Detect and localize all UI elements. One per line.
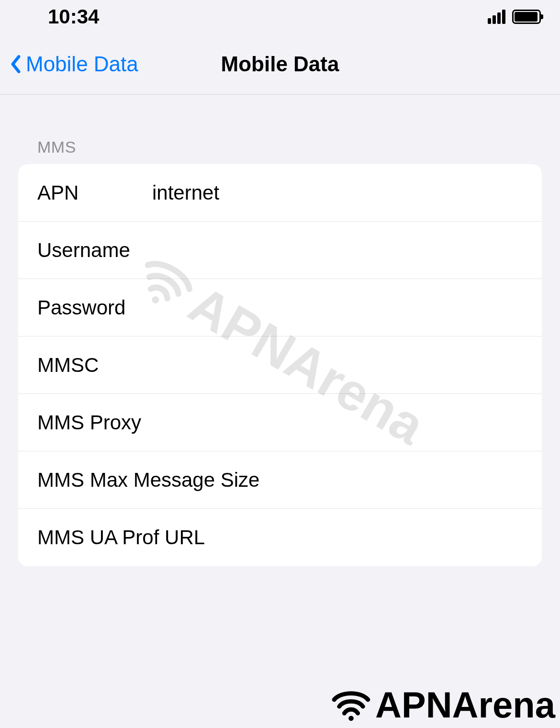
mms-ua-prof-url-label: MMS UA Prof URL: [37, 526, 205, 549]
mms-max-size-row[interactable]: MMS Max Message Size: [18, 451, 542, 509]
apn-field[interactable]: [152, 181, 405, 204]
settings-group-mms: APN Username Password MMSC MMS Proxy: [18, 164, 542, 566]
mms-proxy-field[interactable]: [152, 411, 405, 434]
watermark-bottom: APNArena: [331, 684, 555, 726]
status-bar: 10:34: [0, 0, 560, 34]
chevron-left-icon: [10, 53, 22, 75]
battery-icon: [512, 10, 541, 24]
username-field[interactable]: [152, 239, 405, 262]
navigation-bar: Mobile Data Mobile Data: [0, 34, 560, 95]
cellular-signal-icon: [488, 10, 505, 24]
mms-proxy-row[interactable]: MMS Proxy: [18, 394, 542, 451]
status-right: [488, 10, 541, 24]
password-label: Password: [37, 296, 152, 319]
mms-max-size-field[interactable]: [259, 469, 512, 492]
password-field[interactable]: [152, 296, 405, 319]
mmsc-label: MMSC: [37, 354, 152, 377]
mms-max-size-label: MMS Max Message Size: [37, 469, 259, 492]
apn-row[interactable]: APN: [18, 164, 542, 222]
section-header-mms: MMS: [18, 95, 542, 164]
mms-ua-prof-url-row[interactable]: MMS UA Prof URL: [18, 509, 542, 566]
mmsc-row[interactable]: MMSC: [18, 336, 542, 394]
wifi-icon: [331, 687, 371, 723]
back-button[interactable]: Mobile Data: [10, 52, 138, 76]
password-row[interactable]: Password: [18, 279, 542, 336]
mms-ua-prof-url-field[interactable]: [205, 526, 458, 549]
apn-label: APN: [37, 181, 152, 204]
username-label: Username: [37, 239, 152, 262]
mms-proxy-label: MMS Proxy: [37, 411, 152, 434]
svg-point-1: [348, 716, 354, 721]
status-time: 10:34: [48, 5, 99, 28]
content-area: MMS APN Username Password MMSC: [0, 95, 560, 566]
username-row[interactable]: Username: [18, 222, 542, 279]
watermark-bottom-text: APNArena: [375, 684, 555, 726]
back-label: Mobile Data: [26, 52, 138, 76]
page-title: Mobile Data: [221, 52, 339, 76]
mmsc-field[interactable]: [152, 354, 405, 377]
